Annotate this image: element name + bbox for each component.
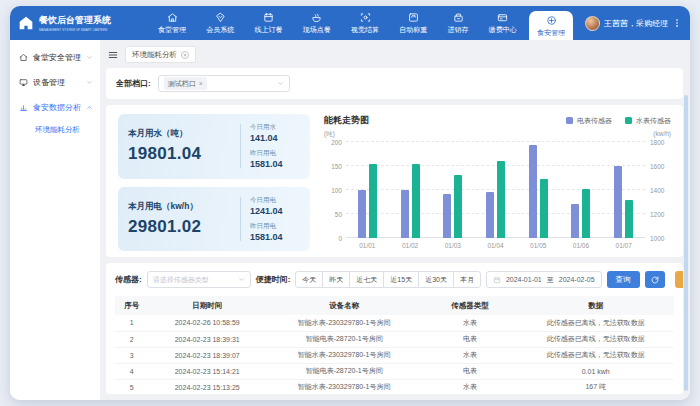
stat-value: 29801.02 <box>128 217 231 237</box>
quick-time-buttons: 今天昨天近七天近15天近30天本月 <box>295 271 481 288</box>
quick-time-button[interactable]: 本月 <box>453 271 481 288</box>
table-cell: 3 <box>115 347 149 363</box>
bar <box>614 166 622 238</box>
sidebar-item-label: 食堂安全管理 <box>33 52 81 63</box>
tag-remove-icon[interactable]: × <box>199 80 203 87</box>
nav-item-member[interactable]: 会员系统 <box>198 6 242 40</box>
nav-item-label: 会员系统 <box>206 25 234 35</box>
user-menu[interactable]: 王茜茜，采购经理 <box>585 16 682 31</box>
left-tick-label: 150 <box>331 163 342 170</box>
bar <box>358 190 366 238</box>
nav-item-payment-center[interactable]: 缴费中心 <box>481 6 525 40</box>
table-row: 12024-02-26 10:58:59智能水表-230329780-1号房间水… <box>115 315 674 331</box>
table-cell: 此传感器已离线，无法获取数据 <box>517 331 674 347</box>
table-row: 42024-02-23 15:14:21智能电表-28720-1号房间电表0.0… <box>115 363 674 379</box>
nav-item-food-safety[interactable]: 食安管理 <box>529 11 573 40</box>
food-safety-icon <box>546 15 557 26</box>
bar-group <box>474 142 517 238</box>
vision-checkout-icon <box>360 12 371 23</box>
chevron-down-icon <box>86 79 93 86</box>
date-range-picker[interactable]: 2024-01-01 至 2024-02-05 <box>486 271 602 288</box>
stat-cards: 本月用水（吨）19801.04今日用水141.04昨日用电1581.04本月用电… <box>118 114 310 251</box>
canteen-safety-icon <box>19 53 28 62</box>
table-cell: 4 <box>115 363 149 379</box>
table-header-cell: 日期时间 <box>149 296 266 315</box>
sidebar-item-canteen-safety[interactable]: 食堂安全管理 <box>10 45 100 70</box>
sidebar-item-data-analysis[interactable]: 食安数据分析 <box>10 95 100 120</box>
date-start[interactable]: 2024-01-01 <box>506 276 542 283</box>
table-cell: 2024-02-23 18:39:31 <box>149 331 266 347</box>
nav-item-label: 食安管理 <box>537 28 565 38</box>
nav-item-canteen[interactable]: 食堂管理 <box>150 6 194 40</box>
canteen-icon <box>167 12 178 23</box>
quick-time-button[interactable]: 昨天 <box>322 271 350 288</box>
bar <box>625 200 633 238</box>
bar-group <box>517 142 560 238</box>
table-cell: 2024-02-23 15:14:21 <box>149 363 266 379</box>
legend-item[interactable]: 水表传感器 <box>625 116 671 126</box>
stat-detail-label: 今日用水 <box>250 123 300 132</box>
energy-trend-chart: 能耗走势图 电表传感器水表传感器 (吨) (kw/h) 050100150200… <box>324 114 671 251</box>
sensor-type-select[interactable]: 请选择传感器类型 <box>147 271 251 288</box>
right-tick-label: 1400 <box>650 187 664 194</box>
logo-house-icon <box>18 15 34 31</box>
nav-item-onsite-order[interactable]: 现场点餐 <box>295 6 339 40</box>
main-content: 环境能耗分析 × 全部档口: 测试档口 × 本月用水（吨）19801.0 <box>100 40 690 400</box>
app-title: 餐饮后台管理系统 <box>39 14 149 27</box>
table-cell: 智能电表-28720-1号房间 <box>266 331 423 347</box>
equipment-icon <box>19 78 28 87</box>
refresh-button[interactable] <box>645 271 665 288</box>
query-bar: 传感器: 请选择传感器类型 便捷时间: 今天昨天近七天近15天近30天本月 20… <box>115 271 674 288</box>
nav-item-label: 进销存 <box>448 25 469 35</box>
table-cell: 电表 <box>422 331 517 347</box>
stat-detail-value: 1241.04 <box>250 206 300 216</box>
quick-time-button[interactable]: 近15天 <box>383 271 419 288</box>
sidebar-item-equipment[interactable]: 设备管理 <box>10 70 100 95</box>
scrollbar[interactable] <box>684 95 688 391</box>
stat-detail-label: 昨日用电 <box>250 222 300 231</box>
nav-item-vision-checkout[interactable]: 视觉结算 <box>343 6 387 40</box>
nav-item-label: 缴费中心 <box>489 25 517 35</box>
table-cell: 2024-02-26 10:58:59 <box>149 315 266 331</box>
query-button[interactable]: 查询 <box>607 271 640 288</box>
nav-item-online-order[interactable]: 线上订餐 <box>247 6 291 40</box>
bar-group <box>431 142 474 238</box>
nav-item-auto-weigh[interactable]: 自动称重 <box>391 6 435 40</box>
stat-title: 本月用电（kw/h） <box>128 201 231 213</box>
export-button[interactable]: 导出 <box>675 271 683 288</box>
table-cell: 智能水表-230329780-1号房间 <box>266 347 423 363</box>
legend-item[interactable]: 电表传感器 <box>566 116 612 126</box>
x-tick-label: 01/06 <box>560 238 603 251</box>
data-analysis-icon <box>19 103 28 112</box>
bar <box>497 161 505 238</box>
tab-env-energy-analysis[interactable]: 环境能耗分析 × <box>125 46 196 63</box>
table-row: 52024-02-23 15:13:25智能水表-230329780-1号房间水… <box>115 379 674 394</box>
table-cell: 2 <box>115 331 149 347</box>
bar <box>582 189 590 238</box>
sidebar-item-label: 食安数据分析 <box>33 102 81 113</box>
bar <box>443 194 451 238</box>
table-cell: 水表 <box>422 315 517 331</box>
quick-time-button[interactable]: 近七天 <box>349 271 384 288</box>
x-tick-label: 01/04 <box>474 238 517 251</box>
nav-item-inventory[interactable]: 进销存 <box>440 6 477 40</box>
stall-select[interactable]: 测试档口 × <box>158 75 290 92</box>
bar <box>529 145 537 238</box>
chart-legend: 电表传感器水表传感器 <box>566 116 671 126</box>
chevron-down-icon <box>238 276 245 283</box>
online-order-icon <box>263 12 274 23</box>
x-tick-label: 01/02 <box>389 238 432 251</box>
legend-swatch <box>566 117 573 124</box>
more-menu-icon[interactable] <box>672 18 682 28</box>
bar-group <box>389 142 432 238</box>
chart-title: 能耗走势图 <box>324 114 369 127</box>
collapse-sidebar-icon[interactable] <box>108 50 118 60</box>
table-cell: 0.01 kwh <box>517 363 674 379</box>
stat-value: 19801.04 <box>128 144 231 164</box>
quick-time-button[interactable]: 今天 <box>295 271 323 288</box>
sidebar-subitem[interactable]: 环境能耗分析 <box>10 120 100 140</box>
sensor-data-table: 序号日期时间设备名称传感器类型数据 12024-02-26 10:58:59智能… <box>115 296 674 394</box>
quick-time-button[interactable]: 近30天 <box>418 271 454 288</box>
date-end[interactable]: 2024-02-05 <box>559 276 595 283</box>
tab-close-icon[interactable]: × <box>181 51 189 59</box>
